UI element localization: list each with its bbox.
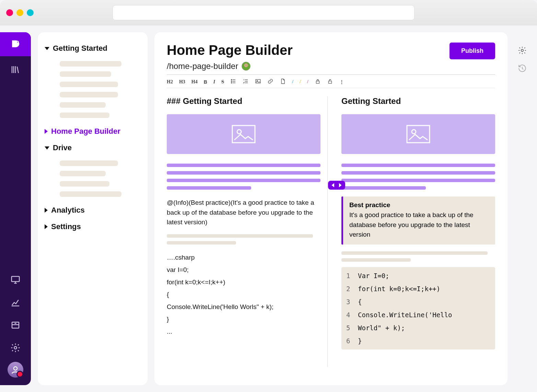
svg-point-0 xyxy=(17,41,19,43)
code-block-preview: 1Var I=0; 2for(int k=0;k<=I;k++) 3{ 4 Co… xyxy=(341,267,495,349)
maximize-window-icon[interactable] xyxy=(27,9,34,16)
nav-analytics[interactable]: Analytics xyxy=(44,204,141,217)
app-logo[interactable] xyxy=(0,32,31,56)
text-placeholder xyxy=(167,164,320,190)
image-icon xyxy=(255,78,261,84)
rail-desktop[interactable] xyxy=(6,271,25,289)
preview-pane: Getting Started Best practice It's a goo… xyxy=(327,96,495,367)
archive-icon xyxy=(10,320,21,330)
h2-button[interactable]: H2 xyxy=(167,79,173,85)
highlight-yellow-button[interactable]: / xyxy=(300,79,301,85)
image-button[interactable] xyxy=(255,78,261,86)
ordered-list-button[interactable] xyxy=(243,78,249,86)
chevron-right-icon xyxy=(45,129,48,134)
nav-label: Settings xyxy=(51,222,81,231)
nav-label: Analytics xyxy=(51,206,85,215)
history-button[interactable] xyxy=(518,64,527,74)
strike-button[interactable]: S xyxy=(221,79,224,85)
svg-point-16 xyxy=(521,49,524,52)
utility-rail xyxy=(514,32,530,385)
nav-settings[interactable]: Settings xyxy=(44,220,141,233)
image-placeholder[interactable] xyxy=(167,114,320,154)
h3-button[interactable]: H3 xyxy=(179,79,185,85)
lock-icon xyxy=(315,78,321,84)
split-handle[interactable] xyxy=(328,181,345,190)
lock-button[interactable] xyxy=(315,78,321,86)
callout-title: Best practice xyxy=(349,201,489,209)
publish-button[interactable]: Publish xyxy=(450,43,495,59)
rail-library[interactable] xyxy=(6,60,25,79)
svg-rect-10 xyxy=(316,81,319,83)
svg-point-13 xyxy=(237,130,241,134)
svg-point-6 xyxy=(231,81,232,82)
link-icon xyxy=(267,78,273,84)
settings-button[interactable] xyxy=(518,46,527,56)
rail-archive[interactable] xyxy=(6,316,25,334)
bullet-list-button[interactable] xyxy=(230,78,236,86)
svg-point-5 xyxy=(231,79,232,80)
info-block-raw[interactable]: @(Info)(Best practice)(It's a good pract… xyxy=(167,198,320,227)
nav-drive[interactable]: Drive xyxy=(44,141,141,154)
h4-button[interactable]: H4 xyxy=(191,79,198,85)
unlock-button[interactable] xyxy=(327,78,333,86)
svg-rect-11 xyxy=(328,81,331,83)
svg-rect-1 xyxy=(12,276,20,282)
rail-settings[interactable] xyxy=(6,338,25,357)
svg-rect-8 xyxy=(256,80,260,83)
editor-main: Home Page Builder /home-page-builder Pub… xyxy=(154,32,507,385)
bullet-list-icon xyxy=(230,78,236,84)
nav-home-page-builder[interactable]: Home Page Builder xyxy=(44,125,141,138)
nav-children-placeholder xyxy=(60,61,141,118)
chevron-right-icon xyxy=(45,208,48,213)
user-avatar[interactable] xyxy=(8,362,23,378)
svg-rect-14 xyxy=(407,126,430,143)
minimize-window-icon[interactable] xyxy=(16,9,23,16)
markdown-pane[interactable]: ### Getting Started @(Info)(Best practic… xyxy=(167,96,320,367)
nav-label: Getting Started xyxy=(53,44,107,53)
page-title: Home Page Builder xyxy=(167,43,293,58)
nav-label: Home Page Builder xyxy=(51,127,120,136)
raw-heading: ### Getting Started xyxy=(167,96,320,106)
info-callout: Best practice It's a good practice to ta… xyxy=(341,197,495,245)
file-button[interactable] xyxy=(280,78,286,86)
gear-icon xyxy=(10,343,21,353)
preview-heading: Getting Started xyxy=(341,96,495,106)
rail-analytics[interactable] xyxy=(6,293,25,312)
contributor-avatar[interactable] xyxy=(242,62,250,71)
svg-point-15 xyxy=(412,130,416,134)
svg-point-3 xyxy=(14,346,17,349)
books-icon xyxy=(10,64,21,75)
chevron-right-icon xyxy=(45,224,48,229)
address-bar[interactable] xyxy=(113,5,415,20)
text-placeholder xyxy=(341,164,495,190)
text-placeholder xyxy=(341,251,495,262)
page-slug[interactable]: /home-page-builder xyxy=(167,61,238,71)
close-window-icon[interactable] xyxy=(6,9,13,16)
logo-icon xyxy=(10,39,21,49)
browser-chrome xyxy=(0,0,537,25)
file-icon xyxy=(280,78,286,84)
highlight-red-button[interactable]: / xyxy=(307,79,308,85)
history-icon xyxy=(518,64,527,73)
nav-sidebar: Getting Started Home Page Builder Drive … xyxy=(38,32,148,385)
chevron-down-icon xyxy=(45,146,49,150)
image-icon xyxy=(232,125,256,143)
drag-handle-icon xyxy=(331,183,342,188)
image-placeholder xyxy=(341,114,495,154)
text-placeholder xyxy=(167,234,320,245)
nav-label: Drive xyxy=(53,143,72,152)
italic-button[interactable]: I xyxy=(213,79,215,85)
more-button[interactable]: ⋮ xyxy=(339,79,345,85)
link-button[interactable] xyxy=(267,78,273,86)
code-block-raw[interactable]: ….csharp var I=0; for(int k=0;k<=I;k++) … xyxy=(167,251,320,338)
svg-point-4 xyxy=(14,367,17,370)
svg-point-7 xyxy=(231,82,232,83)
highlight-blue-button[interactable]: / xyxy=(292,79,293,85)
bold-button[interactable]: B xyxy=(204,79,207,85)
nav-getting-started[interactable]: Getting Started xyxy=(44,42,141,55)
image-icon xyxy=(406,125,430,143)
unlock-icon xyxy=(327,78,333,84)
chart-icon xyxy=(10,297,21,308)
app-rail xyxy=(0,32,31,385)
chevron-down-icon xyxy=(45,47,49,50)
